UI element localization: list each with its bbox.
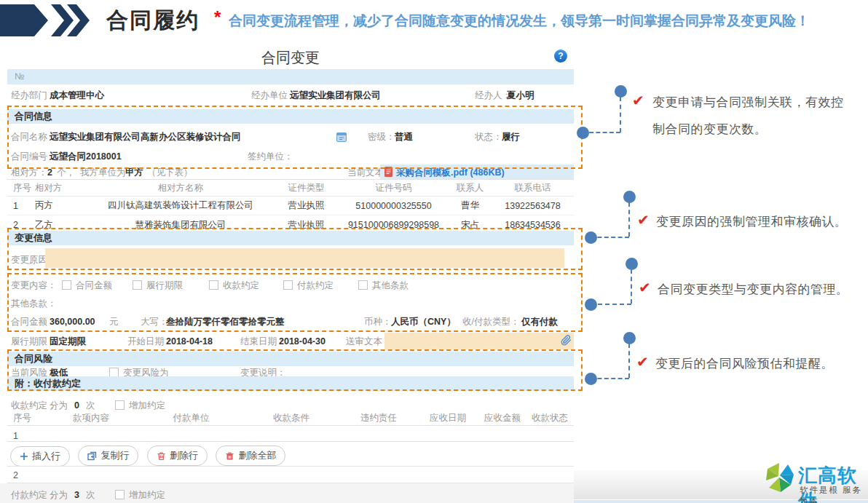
see-note: （见下表） [147, 166, 193, 179]
checkbox-receive-terms[interactable] [209, 280, 218, 290]
paytype-value: 仅有付款 [521, 315, 558, 328]
callout-dot [615, 85, 627, 98]
product-title: 合同履约 [106, 6, 200, 36]
delete-all-button[interactable]: 删除全部 [216, 445, 285, 466]
counterparty-suffix: 个， [57, 166, 75, 179]
period-row: 履行期限： 固定期限 开始日期： 2018-04-18 结束日期： 2018-0… [7, 335, 574, 348]
cell: 510000000325550 [344, 201, 443, 211]
option-label: 合同金额 [76, 279, 112, 292]
secrecy-value: 普通 [395, 130, 413, 143]
our-side-prefix: 我方单位为 [80, 166, 126, 179]
divider [7, 179, 574, 180]
option-label: 履行期限 [146, 279, 183, 292]
status-label: 状态： [475, 130, 502, 143]
cell: 2 [7, 220, 35, 230]
paperclip-icon[interactable] [561, 335, 572, 346]
cell: 18634534536 [497, 220, 568, 230]
counterparty-count: 2 [47, 166, 52, 179]
contract-name-value: 远望实业集团有限公司高新办公区装修设计合同 [50, 130, 241, 143]
insert-row-button[interactable]: 插入行 [10, 446, 70, 467]
required-asterisk: * [214, 7, 221, 28]
receive-terms-row: 收款约定： 分为 0 次 增加约定 [7, 399, 574, 412]
person-label: 经办人： [475, 89, 511, 102]
checkbox-performance-period[interactable] [133, 280, 142, 290]
col-header: 序号 [7, 182, 35, 194]
cell: 915100006899298598 [344, 220, 443, 230]
check-icon: ✔ [637, 211, 650, 229]
option-label: 收款约定 [223, 279, 259, 292]
page: 合同履约 * 合同变更流程管理，减少了合同随意变更的情况发生，领导第一时间掌握合… [0, 0, 868, 503]
callout-dot [626, 258, 638, 270]
amount-words-value: 叁拾陆万零仟零佰零拾零元整 [166, 315, 285, 328]
col-header: 应收金额 [477, 412, 528, 424]
cell: 乙方 [35, 219, 93, 231]
checkbox-contract-amount[interactable] [62, 280, 71, 290]
section-contract-info: 合同信息 [7, 109, 574, 124]
feature-tagline: 合同变更流程管理，减少了合同随意变更的情况发生，领导第一时间掌握合同异常及变更风… [229, 12, 810, 31]
cell: 四川钛高建筑装饰设计工程有限公司 [93, 199, 268, 212]
unit-value: 远望实业集团有限公司 [290, 89, 381, 102]
attachment-link[interactable]: 采购合同模板.pdf (486KB) [396, 166, 505, 179]
delete-row-button[interactable]: 删除行 [147, 445, 208, 466]
col-header: 序号 [7, 412, 44, 424]
secrecy-label: 密级： [368, 130, 395, 143]
calendar-icon[interactable] [336, 132, 347, 142]
col-header: 款项内容 [44, 412, 138, 424]
change-content-label: 变更内容： [11, 279, 57, 292]
callout-text: 变更后的合同风险预估和提醒。 [655, 355, 834, 372]
contract-name-row: 合同名称： 远望实业集团有限公司高新办公区装修设计合同 密级： 普通 状态： 履… [7, 130, 574, 143]
cell: 慧雅装饰集团有限公司 [93, 219, 268, 231]
times-unit: 次 [86, 488, 95, 502]
trash-icon [157, 451, 166, 461]
callout-dot [585, 231, 597, 244]
help-icon[interactable]: ? [554, 49, 567, 63]
counterparty-table-header: 序号 相对方 相对方名称 证件类型 证件号码 联系人 联系电话 [7, 181, 574, 197]
col-header: 相对方名称 [93, 182, 268, 194]
check-icon: ✔ [636, 353, 649, 371]
col-header: 付款单位 [138, 412, 244, 424]
checkbox-pay-terms[interactable] [283, 280, 293, 290]
plus-icon [20, 452, 28, 461]
other-terms-row: 其他条款： [7, 297, 574, 310]
row-actions: 插入行 复制行 删除行 删除全部 [10, 445, 291, 467]
check-icon: ✔ [639, 279, 651, 296]
currency-label: 币种： [364, 315, 392, 328]
divider [7, 466, 574, 467]
contract-no-row: 合同编号： 远望合同2018001 签约单位： [7, 150, 574, 163]
col-header: 收款条件 [244, 412, 339, 424]
counterparty-label: 相对方： [11, 166, 47, 179]
copy-row-button[interactable]: 复制行 [78, 445, 138, 466]
person-value: 夏小明 [507, 89, 534, 102]
brand-slogan: 软件是根 服务为本 [800, 485, 868, 503]
section-change-info: 变更信息 [7, 231, 574, 245]
cell: 1 [7, 201, 35, 211]
callout-line [628, 202, 630, 237]
add-term-label: 增加约定 [129, 399, 165, 412]
amount-row: 合同金额： 360,000.00 元 大写： 叁拾陆万零仟零佰零拾零元整 币种：… [7, 315, 574, 328]
add-term-label: 增加约定 [129, 488, 165, 502]
col-header: 联系人 [443, 182, 497, 194]
huigao-logo-icon [762, 460, 797, 495]
pdf-icon [384, 167, 392, 177]
row-number: 2 [13, 469, 18, 482]
checkbox-other-terms[interactable] [358, 280, 368, 290]
checkbox-add-receive-term[interactable] [115, 400, 125, 410]
table-row: 1 丙方 四川钛高建筑装饰设计工程有限公司 营业执照 5100000003255… [7, 197, 574, 215]
review-text-input[interactable] [384, 333, 574, 349]
amount-words-label: 大写： [141, 315, 168, 328]
checkbox-add-pay-term[interactable] [115, 490, 125, 499]
amount-unit: 元 [109, 315, 119, 328]
option-label: 付款约定 [297, 279, 334, 292]
callout-line [620, 97, 621, 132]
callout-dot [577, 127, 589, 139]
callout-text: 合同变更类型与变更内容的管理。 [658, 281, 849, 298]
option-label: 其他条款 [372, 279, 409, 292]
start-date-value: 2018-04-18 [166, 335, 213, 348]
col-header: 证件号码 [344, 182, 443, 194]
counterparty-table: 序号 相对方 相对方名称 证件类型 证件号码 联系人 联系电话 1 丙方 四川钛… [7, 181, 574, 234]
change-reason-input[interactable] [45, 248, 564, 268]
currency-value: 人民币（CNY） [391, 315, 456, 328]
times-unit: 次 [86, 399, 95, 412]
section-pay-appendix: 附：收付款约定 [7, 376, 574, 391]
col-header: 相对方 [35, 182, 93, 194]
